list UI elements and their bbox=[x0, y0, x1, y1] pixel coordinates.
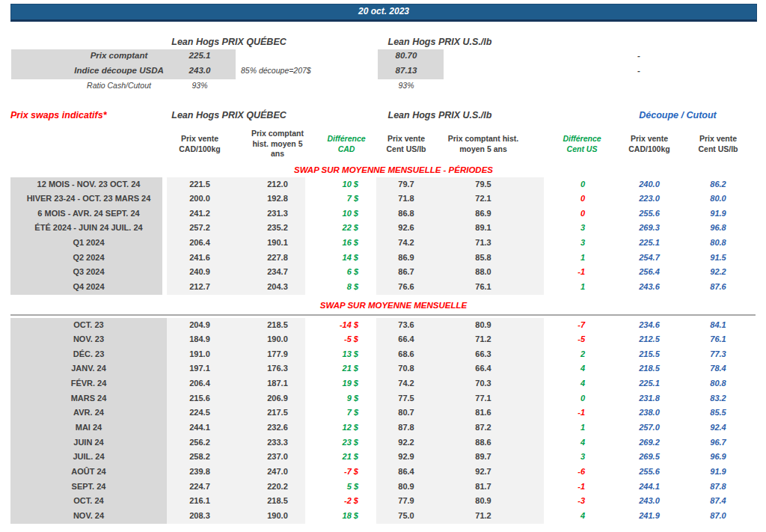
row-label: JUIN 24 bbox=[10, 438, 167, 447]
cad-sale-price: 241.6 bbox=[162, 253, 237, 262]
cutout-us-price: 96.7 bbox=[681, 438, 756, 447]
row-label: NOV. 23 bbox=[10, 334, 167, 343]
cad-sale-price: 216.1 bbox=[162, 496, 237, 505]
us-hist-price: 72.1 bbox=[446, 194, 521, 203]
cutout-us-price: 76.1 bbox=[681, 334, 756, 343]
us-hist-price: 81.6 bbox=[446, 408, 521, 417]
us-hist-price: 81.7 bbox=[446, 482, 521, 491]
us-hist-price: 88.6 bbox=[446, 438, 521, 447]
us-difference: 3 bbox=[545, 238, 585, 247]
table-row: HIVER 23-24 - OCT. 23 MARS 24 200.0 192.… bbox=[10, 192, 756, 207]
us-sale-price: 79.7 bbox=[369, 180, 444, 189]
table-row: OCT. 24 216.1 218.5 -2 $ 77.9 80.9 -3 24… bbox=[10, 495, 756, 510]
us-sale-price: 86.9 bbox=[369, 253, 444, 262]
cad-difference: 8 $ bbox=[298, 282, 358, 291]
us-difference: 3 bbox=[545, 223, 585, 232]
row-label: MAI 24 bbox=[10, 423, 167, 432]
us-difference: 1 bbox=[545, 423, 585, 432]
cad-sale-price: 224.5 bbox=[162, 408, 237, 417]
row-label: Q4 2024 bbox=[10, 282, 167, 291]
cad-sale-price: 212.7 bbox=[162, 282, 237, 291]
table-row: Q2 2024 241.6 227.8 14 $ 86.9 85.8 1 254… bbox=[10, 251, 756, 266]
us-sale-price: 92.9 bbox=[369, 452, 444, 461]
us-difference: 1 bbox=[545, 282, 585, 291]
row-label: 12 MOIS - NOV. 23 OCT. 24 bbox=[10, 180, 167, 189]
table-row: JUIN 24 256.2 233.3 23 $ 92.2 88.6 4 269… bbox=[10, 435, 756, 450]
swap-periods-table: 12 MOIS - NOV. 23 OCT. 24 221.5 212.0 10… bbox=[10, 177, 756, 295]
row-label: 6 MOIS - AVR. 24 SEPT. 24 bbox=[10, 209, 167, 218]
table-row: Q4 2024 212.7 204.3 8 $ 76.6 76.1 1 243.… bbox=[10, 280, 756, 295]
cad-sale-price: 244.1 bbox=[162, 423, 237, 432]
row-label: FÉVR. 24 bbox=[10, 379, 167, 388]
col-header-cutout-us: Prix vente Cent US/lb bbox=[675, 134, 761, 154]
cutout-us-price: 87.8 bbox=[681, 482, 756, 491]
cad-difference: -7 $ bbox=[298, 467, 358, 476]
table-row: FÉVR. 24 206.4 187.1 19 $ 74.2 70.3 4 22… bbox=[10, 377, 756, 392]
cutout-us-price: 96.9 bbox=[681, 452, 756, 461]
cutout-cad-price: 218.5 bbox=[612, 364, 687, 373]
cutout-us-price: 91.5 bbox=[681, 253, 756, 262]
us-hist-price: 71.3 bbox=[446, 238, 521, 247]
us-hist-price: 88.0 bbox=[446, 267, 521, 276]
row-label: Q3 2024 bbox=[10, 267, 167, 276]
col-header-hist-us: Prix comptant hist. moyen 5 ans bbox=[438, 134, 528, 154]
price-report-sheet: 20 oct. 2023 Lean Hogs PRIX QUÉBEC Lean … bbox=[0, 0, 766, 532]
us-hist-price: 77.1 bbox=[446, 394, 521, 403]
spot-qc-value: 93% bbox=[162, 81, 237, 90]
us-difference: 0 bbox=[545, 394, 585, 403]
spot-row-comptant: Prix comptant 225.1 80.70 - bbox=[10, 49, 756, 64]
cad-sale-price: 240.9 bbox=[162, 267, 237, 276]
table-row: AOÛT 24 239.8 247.0 -7 $ 86.4 92.7 -6 25… bbox=[10, 465, 756, 480]
us-hist-price: 85.8 bbox=[446, 253, 521, 262]
table-row: Q1 2024 206.4 190.1 16 $ 74.2 71.3 3 225… bbox=[10, 236, 756, 251]
us-difference: 0 bbox=[545, 194, 585, 203]
us-sale-price: 74.2 bbox=[369, 238, 444, 247]
us-difference: -1 bbox=[545, 408, 585, 417]
cutout-cad-price: 269.5 bbox=[612, 452, 687, 461]
cad-difference: 6 $ bbox=[298, 267, 358, 276]
cutout-cad-price: 255.6 bbox=[612, 209, 687, 218]
spot-table: Prix comptant 225.1 80.70 - Indice décou… bbox=[10, 49, 756, 94]
spot-qc-value: 225.1 bbox=[162, 51, 237, 60]
cutout-us-price: 78.4 bbox=[681, 364, 756, 373]
cad-sale-price: 224.7 bbox=[162, 482, 237, 491]
us-hist-price: 66.3 bbox=[446, 349, 521, 358]
us-hist-price: 71.2 bbox=[446, 334, 521, 343]
rows-container: OCT. 23 204.9 218.5 -14 $ 73.6 80.9 -7 2… bbox=[10, 318, 756, 524]
us-hist-price: 92.7 bbox=[446, 467, 521, 476]
us-difference: -6 bbox=[545, 467, 585, 476]
col-header-prix-vente-cad: Prix vente CAD/100kg bbox=[155, 134, 245, 154]
cad-difference: 21 $ bbox=[298, 452, 358, 461]
us-sale-price: 74.2 bbox=[369, 379, 444, 388]
spot-qc-value: 243.0 bbox=[162, 66, 237, 75]
us-hist-price: 66.4 bbox=[446, 364, 521, 373]
report-date: 20 oct. 2023 bbox=[358, 6, 409, 16]
table-row: JUIL. 24 258.2 237.0 21 $ 92.9 89.7 3 26… bbox=[10, 450, 756, 465]
row-label: Q1 2024 bbox=[10, 238, 167, 247]
us-sale-price: 71.8 bbox=[369, 194, 444, 203]
cutout-us-price: 87.0 bbox=[681, 511, 756, 520]
cutout-cad-price: 234.6 bbox=[612, 320, 687, 329]
row-label: JANV. 24 bbox=[10, 364, 167, 373]
section-header-periodes: SWAP SUR MOYENNE MENSUELLE - PÉRIODES bbox=[10, 165, 766, 174]
us-hist-price: 86.9 bbox=[446, 209, 521, 218]
cad-sale-price: 200.0 bbox=[162, 194, 237, 203]
section-header-mensuelle: SWAP SUR MOYENNE MENSUELLE bbox=[10, 301, 766, 310]
swaps-quebec-title: Lean Hogs PRIX QUÉBEC bbox=[124, 110, 334, 120]
us-sale-price: 92.2 bbox=[369, 438, 444, 447]
row-label: JUIL. 24 bbox=[10, 452, 167, 461]
cutout-us-price: 86.2 bbox=[681, 180, 756, 189]
us-sale-price: 77.9 bbox=[369, 496, 444, 505]
us-difference: 4 bbox=[545, 438, 585, 447]
cad-difference: -2 $ bbox=[298, 496, 358, 505]
us-sale-price: 86.7 bbox=[369, 267, 444, 276]
us-sale-price: 86.8 bbox=[369, 209, 444, 218]
swaps-titles: Prix swaps indicatifs* Lean Hogs PRIX QU… bbox=[10, 110, 756, 122]
swaps-column-headers: Prix vente CAD/100kg Prix comptant hist.… bbox=[10, 134, 756, 164]
cad-difference: 22 $ bbox=[298, 223, 358, 232]
table-row: NOV. 23 184.9 190.0 -5 $ 66.4 71.2 -5 21… bbox=[10, 333, 756, 348]
cutout-cad-price: 269.3 bbox=[612, 223, 687, 232]
table-row: 12 MOIS - NOV. 23 OCT. 24 221.5 212.0 10… bbox=[10, 177, 756, 192]
table-row: Q3 2024 240.9 234.7 6 $ 86.7 88.0 -1 256… bbox=[10, 266, 756, 281]
cad-difference: 7 $ bbox=[298, 194, 358, 203]
